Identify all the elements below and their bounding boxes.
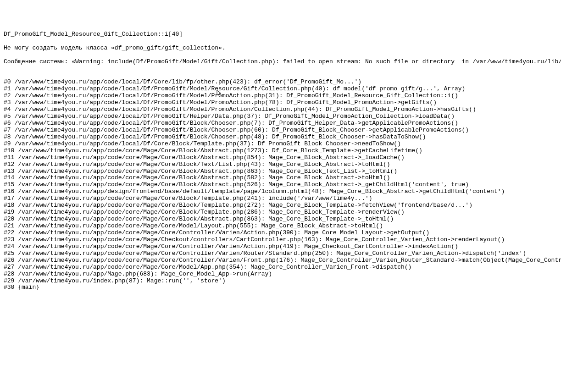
- error-message-1: Не могу создать модель класса «df_promo_…: [4, 45, 557, 52]
- trace-line: #28 /var/www/time4you.ru/app/Mage.php(68…: [4, 271, 557, 278]
- trace-line: #25 /var/www/time4you.ru/app/code/core/M…: [4, 250, 557, 257]
- trace-line: #1 /var/www/time4you.ru/app/code/local/D…: [4, 86, 557, 93]
- trace-line: #16 /var/www/time4you.ru/app/design/fron…: [4, 188, 557, 195]
- trace-line: #19 /var/www/time4you.ru/app/code/core/M…: [4, 209, 557, 216]
- trace-line: #24 /var/www/time4you.ru/app/code/core/M…: [4, 243, 557, 250]
- trace-line: #20 /var/www/time4you.ru/app/code/core/M…: [4, 216, 557, 223]
- trace-line: #18 /var/www/time4you.ru/app/code/core/M…: [4, 202, 557, 209]
- trace-line: #6 /var/www/time4you.ru/app/code/local/D…: [4, 120, 557, 127]
- trace-line: #4 /var/www/time4you.ru/app/code/local/D…: [4, 106, 557, 113]
- trace-line: #27 /var/www/time4you.ru/app/code/core/M…: [4, 264, 557, 271]
- trace-line: #12 /var/www/time4you.ru/app/code/core/M…: [4, 161, 557, 168]
- trace-line: #2 /var/www/time4you.ru/app/code/local/D…: [4, 93, 557, 99]
- trace-line: #21 /var/www/time4you.ru/app/code/core/M…: [4, 223, 557, 230]
- error-header: Df_PromoGift_Model_Resource_Gift_Collect…: [4, 31, 557, 38]
- trace-line: #14 /var/www/time4you.ru/app/code/core/M…: [4, 175, 557, 182]
- trace-line: #15 /var/www/time4you.ru/app/code/core/M…: [4, 182, 557, 188]
- trace-line: #0 /var/www/time4you.ru/app/code/local/D…: [4, 79, 557, 86]
- trace-line: #22 /var/www/time4you.ru/app/code/core/M…: [4, 230, 557, 237]
- trace-line: #5 /var/www/time4you.ru/app/code/local/D…: [4, 113, 557, 120]
- stack-trace: #0 /var/www/time4you.ru/app/code/local/D…: [4, 79, 557, 291]
- trace-line: #10 /var/www/time4you.ru/app/code/core/M…: [4, 148, 557, 155]
- trace-line: #11 /var/www/time4you.ru/app/code/core/M…: [4, 155, 557, 161]
- trace-line: #23 /var/www/time4you.ru/app/code/core/M…: [4, 237, 557, 243]
- trace-line: #7 /var/www/time4you.ru/app/code/local/D…: [4, 127, 557, 134]
- trace-line: #13 /var/www/time4you.ru/app/code/core/M…: [4, 168, 557, 175]
- trace-line: #8 /var/www/time4you.ru/app/code/local/D…: [4, 134, 557, 141]
- trace-line: #17 /var/www/time4you.ru/app/code/core/M…: [4, 195, 557, 202]
- trace-line: #26 /var/www/time4you.ru/app/code/core/M…: [4, 257, 557, 264]
- trace-line: #9 /var/www/time4you.ru/app/code/local/D…: [4, 141, 557, 148]
- error-message-2: Сообщение системы: «Warning: include(Df/…: [4, 59, 557, 66]
- trace-line: #29 /var/www/time4you.ru/index.php(87): …: [4, 278, 557, 285]
- trace-line: #30 {main}: [4, 284, 557, 291]
- trace-line: #3 /var/www/time4you.ru/app/code/local/D…: [4, 99, 557, 106]
